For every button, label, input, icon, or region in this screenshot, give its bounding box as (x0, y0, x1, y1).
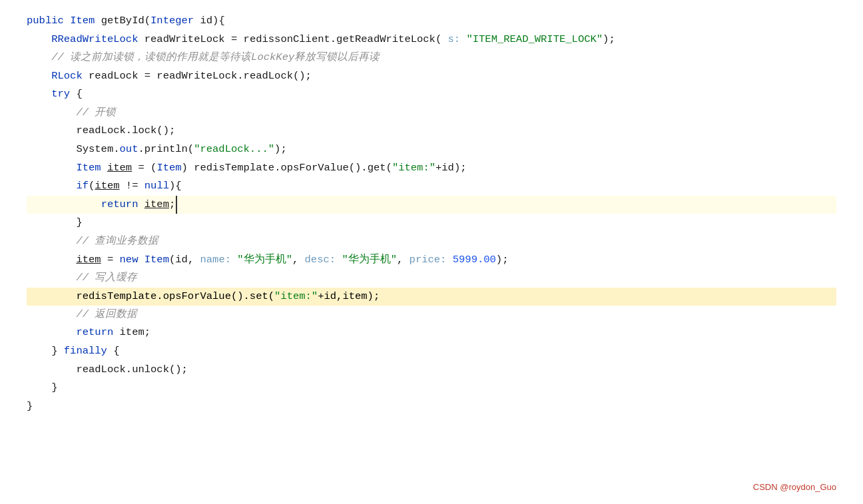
code-line-21: } (27, 379, 836, 397)
code-line-11: return item; (27, 196, 836, 214)
code-line-9: Item item = (Item) redisTemplate.opsForV… (27, 159, 836, 178)
code-line-14: item = new Item(id, name: "华为手机", desc: … (27, 251, 836, 270)
code-line-2: RReadWriteLock readWriteLock = redissonC… (27, 31, 836, 49)
code-line-3: // 读之前加读锁，读锁的作用就是等待该LockKey释放写锁以后再读 (27, 49, 836, 67)
code-line-6: // 开锁 (27, 104, 836, 123)
code-line-15: // 写入缓存 (27, 269, 836, 288)
code-line-13: // 查询业务数据 (27, 232, 836, 251)
code-line-1: public Item getById(Integer id){ (27, 12, 836, 31)
code-container: public Item getById(Integer id){ RReadWr… (0, 0, 863, 504)
code-line-7: readLock.lock(); (27, 122, 836, 140)
code-line-17: // 返回数据 (27, 306, 836, 324)
code-line-22: } (27, 397, 836, 416)
watermark: CSDN @roydon_Guo (753, 482, 836, 492)
code-line-12: } (27, 214, 836, 232)
code-line-10: if(item != null){ (27, 177, 836, 196)
code-line-16: redisTemplate.opsForValue().set("item:"+… (27, 288, 836, 306)
code-line-4: RLock readLock = readWriteLock.readLock(… (27, 67, 836, 86)
code-line-20: readLock.unlock(); (27, 361, 836, 379)
code-block: public Item getById(Integer id){ RReadWr… (0, 12, 863, 415)
code-line-18: return item; (27, 324, 836, 342)
code-line-19: } finally { (27, 342, 836, 361)
code-line-8: System.out.println("readLock..."); (27, 140, 836, 159)
code-line-5: try { (27, 85, 836, 104)
